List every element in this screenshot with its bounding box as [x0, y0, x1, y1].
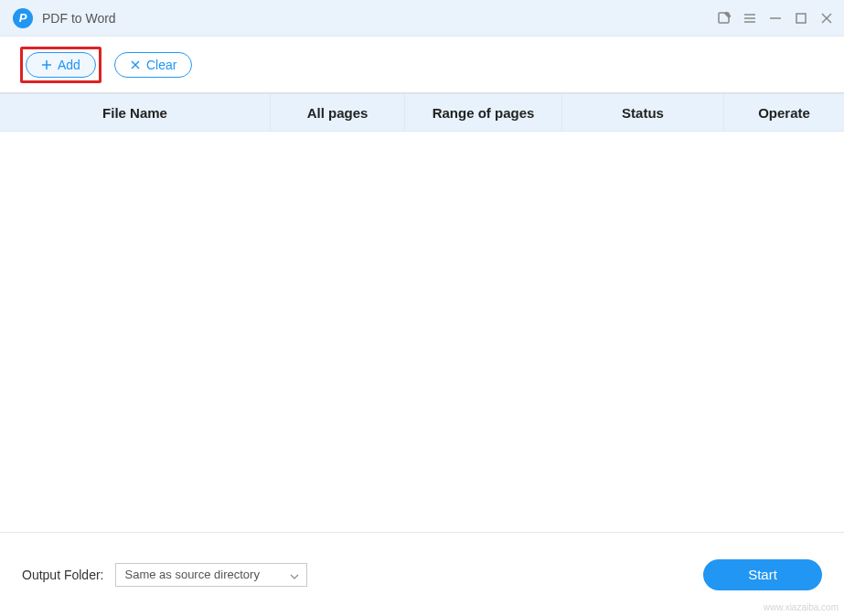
maximize-icon[interactable] [793, 10, 809, 27]
table-header: File Name All pages Range of pages Statu… [0, 93, 844, 132]
window-title: PDF to Word [42, 11, 116, 26]
add-button-label: Add [58, 58, 80, 72]
column-header-status: Status [562, 94, 724, 131]
toolbar: Add Clear [0, 37, 844, 93]
svg-rect-5 [796, 14, 806, 23]
minimize-icon[interactable] [767, 10, 784, 27]
output-folder-label: Output Folder: [22, 568, 104, 582]
column-header-filename: File Name [0, 94, 271, 131]
add-button[interactable]: Add [26, 52, 96, 78]
column-header-operate: Operate [724, 94, 844, 131]
edit-icon[interactable] [716, 10, 732, 27]
clear-button[interactable]: Clear [114, 52, 192, 78]
window-controls [716, 10, 835, 27]
output-folder-select[interactable]: Same as source directory [115, 563, 307, 587]
footer: Output Folder: Same as source directory … [0, 532, 844, 616]
clear-button-label: Clear [146, 58, 176, 72]
output-folder-value: Same as source directory [125, 568, 260, 581]
x-icon [130, 59, 141, 70]
plus-icon [41, 59, 52, 70]
app-logo-icon [13, 8, 33, 28]
add-button-highlight: Add [20, 47, 101, 83]
titlebar: PDF to Word [0, 0, 844, 37]
table-body [0, 132, 844, 532]
chevron-down-icon [290, 570, 299, 579]
start-button[interactable]: Start [703, 559, 822, 590]
menu-icon[interactable] [742, 10, 758, 27]
column-header-range: Range of pages [405, 94, 562, 131]
column-header-allpages: All pages [271, 94, 405, 131]
close-icon[interactable] [818, 10, 835, 27]
